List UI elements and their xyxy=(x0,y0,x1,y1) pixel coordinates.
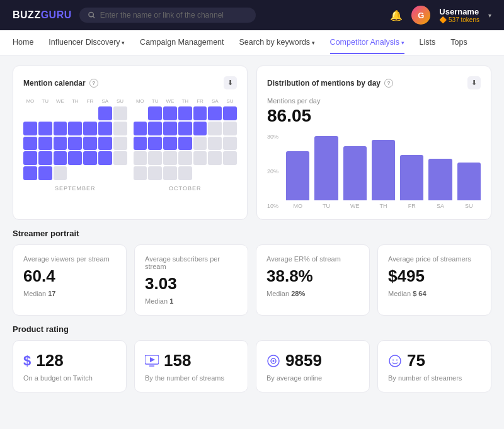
cal-header-oct: MO TU WE TH FR SA SU xyxy=(134,97,238,105)
svg-point-10 xyxy=(396,359,398,360)
stat-avg-subscribers: Average subscribers per stream 3.03 Medi… xyxy=(134,244,248,316)
svg-point-8 xyxy=(389,355,401,367)
logo-buzz: BUZZ xyxy=(13,9,41,21)
calendar-september: MO TU WE TH FR SA SU xyxy=(23,97,127,192)
nav-home[interactable]: Home xyxy=(13,31,33,54)
nav-influencer-discovery[interactable]: Influencer Discovery xyxy=(49,31,125,54)
cal-grid-sep xyxy=(23,106,127,180)
logo: BUZZGURU xyxy=(13,9,72,21)
bar-mo: MO xyxy=(286,134,309,209)
token-icon: 🔶 xyxy=(439,16,447,23)
avatar: G xyxy=(411,6,430,25)
product-rating-title: Product rating xyxy=(13,324,491,334)
svg-point-0 xyxy=(89,12,93,16)
search-input[interactable] xyxy=(100,11,247,20)
main: Mention calendar ? ⬇ MO TU WE TH FR SA S… xyxy=(0,55,504,403)
mention-calendar-info-icon[interactable]: ? xyxy=(89,79,98,88)
stats-grid: Average viewers per stream 60.4 Median 1… xyxy=(13,244,491,316)
rating-grid: $ 128 On a budget on Twitch 158 By the n… xyxy=(13,340,491,392)
search-icon xyxy=(88,11,95,19)
rating-streams: 158 By the number of streams xyxy=(134,340,248,392)
distribution-chart-card: Distribution of mentions by day ? ⬇ Ment… xyxy=(256,66,491,220)
bar-we: WE xyxy=(343,134,367,209)
nav-search-keywords[interactable]: Search by keywords xyxy=(239,31,315,54)
distribution-download-btn[interactable]: ⬇ xyxy=(467,76,481,89)
oct-label: OCTOBER xyxy=(134,185,238,192)
user-info: Username 🔶 537 tokens xyxy=(439,7,479,23)
rating-streamers: 75 By number of streamers xyxy=(377,340,491,392)
nav: Home Influencer Discovery Campaign Manag… xyxy=(0,30,504,55)
cal-header-sep: MO TU WE TH FR SA SU xyxy=(23,97,127,105)
svg-point-7 xyxy=(273,360,275,362)
bars-container: MO TU WE TH xyxy=(286,134,481,209)
face-icon xyxy=(388,354,402,368)
bar-th: TH xyxy=(372,134,395,209)
bar-sa: SA xyxy=(428,134,452,209)
nav-competitor-analysis[interactable]: Competitor Analysis xyxy=(330,31,404,54)
chart-value: 86.05 xyxy=(267,106,481,126)
stream-icon xyxy=(145,355,159,367)
stat-avg-price: Average price of streamers $495 Median $… xyxy=(377,244,491,316)
nav-campaign-management[interactable]: Campaign Management xyxy=(140,31,224,54)
top-row: Mention calendar ? ⬇ MO TU WE TH FR SA S… xyxy=(13,66,491,220)
rating-online: 9859 By average online xyxy=(256,340,370,392)
bar-tu: TU xyxy=(314,134,338,209)
sep-label: SEPTEMBER xyxy=(23,185,127,192)
calendar-october: MO TU WE TH FR SA SU xyxy=(134,97,238,192)
chart-mentions-label: Mentions per day xyxy=(267,97,481,105)
svg-line-1 xyxy=(93,16,94,18)
nav-lists[interactable]: Lists xyxy=(420,31,436,54)
y-labels: 30% 20% 10% xyxy=(267,134,278,209)
header: BUZZGURU 🔔 G Username 🔶 537 tokens ▾ xyxy=(0,0,504,30)
header-right: 🔔 G Username 🔶 537 tokens ▾ xyxy=(390,6,491,25)
logo-guru: GURU xyxy=(41,9,72,21)
username: Username xyxy=(439,7,479,16)
distribution-title: Distribution of mentions by day ? ⬇ xyxy=(267,76,481,89)
user-tokens: 🔶 537 tokens xyxy=(439,16,479,23)
svg-point-9 xyxy=(392,359,394,360)
mention-calendar-title: Mention calendar ? ⬇ xyxy=(23,76,237,89)
stat-avg-viewers: Average viewers per stream 60.4 Median 1… xyxy=(13,244,127,316)
bell-icon[interactable]: 🔔 xyxy=(390,9,403,21)
calendar-container: MO TU WE TH FR SA SU xyxy=(23,97,237,192)
mention-calendar-card: Mention calendar ? ⬇ MO TU WE TH FR SA S… xyxy=(13,66,248,220)
nav-tops[interactable]: Tops xyxy=(450,31,467,54)
streamer-portrait-section: Streamer portrait Average viewers per st… xyxy=(13,229,491,316)
product-rating-section: Product rating $ 128 On a budget on Twit… xyxy=(13,324,491,392)
bar-su: SU xyxy=(457,134,481,209)
stat-avg-er: Average ER% of stream 38.8% Median 28% xyxy=(256,244,370,316)
distribution-info-icon[interactable]: ? xyxy=(384,79,393,88)
user-dropdown-arrow[interactable]: ▾ xyxy=(488,12,491,19)
svg-marker-3 xyxy=(150,357,155,362)
dollar-icon: $ xyxy=(23,353,31,369)
cal-grid-oct xyxy=(134,106,238,180)
rating-budget: $ 128 On a budget on Twitch xyxy=(13,340,127,392)
search-bar[interactable] xyxy=(79,8,256,23)
streamer-portrait-title: Streamer portrait xyxy=(13,229,491,238)
mention-calendar-download-btn[interactable]: ⬇ xyxy=(224,76,237,89)
bar-chart-area: 30% 20% 10% MO TU xyxy=(267,134,481,209)
bar-fr: FR xyxy=(400,134,423,209)
bar-chart: 30% 20% 10% MO TU xyxy=(267,134,481,209)
online-icon xyxy=(266,354,280,368)
